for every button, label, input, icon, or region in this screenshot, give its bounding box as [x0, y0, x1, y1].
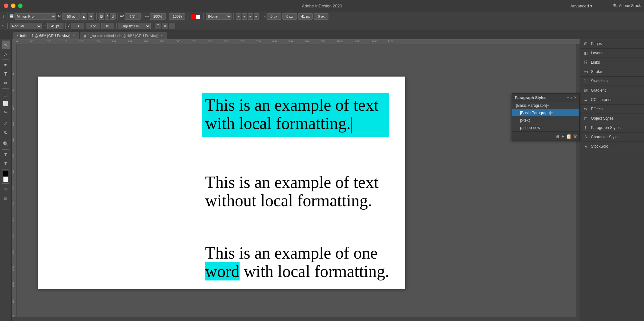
ps-item-basic-plus-header[interactable]: [Basic Paragraph]+	[512, 102, 579, 109]
scale-h-input[interactable]	[169, 13, 185, 20]
panel-paragraph-styles-label: Paragraph Styles	[591, 125, 620, 130]
ps-item-p-text[interactable]: p-text	[512, 117, 579, 124]
panel-links[interactable]: ⛓ Links	[580, 58, 644, 67]
stroke-color-swatch[interactable]	[196, 15, 200, 19]
canvas[interactable]: This is an example of text with local fo…	[17, 44, 576, 317]
text-block-3[interactable]: This is an example of one word with loca…	[202, 241, 421, 284]
align-top-btn[interactable]: ⊤	[155, 23, 161, 29]
panel-pages[interactable]: ⊞ Pages	[580, 39, 644, 49]
align-mid-btn[interactable]: ⊠	[162, 23, 168, 29]
height-input[interactable]	[314, 13, 328, 20]
fontsize-up-btn[interactable]: ▲	[80, 13, 87, 20]
language-select[interactable]: English: UK	[118, 23, 151, 29]
scissors-tool[interactable]: ✂	[2, 108, 10, 116]
bold-btn[interactable]: B	[99, 13, 104, 20]
panel-character-styles[interactable]: A Character Styles	[580, 133, 644, 142]
align-left-btn[interactable]: ≡	[236, 13, 241, 20]
panel-stroke[interactable]: ▭ Stroke	[580, 67, 644, 77]
canvas-wrapper: 0 50 100 150 200 250 300 350 400 450 500…	[12, 44, 580, 317]
text-block-1-highlighted[interactable]: This is an example of text with local fo…	[202, 93, 389, 137]
tracking-input[interactable]	[267, 13, 281, 20]
direct-selection-tool[interactable]: ▷	[2, 50, 10, 58]
ps-delete-btn[interactable]: 🗑	[573, 134, 577, 139]
v-ruler-label-0: 0	[12, 73, 15, 75]
ps-new-style-btn[interactable]: +	[567, 96, 569, 100]
panel-stocksolo[interactable]: ★ StockSolo	[580, 142, 644, 151]
scale-h-icon: ↕	[167, 15, 169, 18]
panel-cc-libraries[interactable]: ☁ CC Libraries	[580, 95, 644, 105]
rotation-input[interactable]	[101, 23, 114, 29]
fullscreen-button[interactable]	[18, 4, 23, 8]
mode-preview[interactable]: ▤	[2, 194, 10, 202]
ps-item-basic-plus-header-label: [Basic Paragraph]+	[516, 103, 549, 108]
vertical-type-tool[interactable]: T	[2, 160, 10, 168]
pencil-tool[interactable]: ✏	[2, 79, 10, 87]
search-area[interactable]: 🔍 Adobe Stock	[613, 4, 641, 8]
rectangle-frame-tool[interactable]: ⬚	[2, 90, 10, 98]
ps-panel-footer: ⊕ ✦ 📋 🗑	[512, 132, 579, 141]
v-ruler-label-400: 400	[12, 202, 15, 206]
close-button[interactable]	[4, 4, 8, 8]
character-style-select[interactable]: [None]	[206, 13, 232, 20]
ps-create-new-btn[interactable]: ⊕	[556, 134, 560, 139]
ruler-label-400: 400	[144, 40, 148, 43]
ps-duplicate-btn[interactable]: 📋	[566, 134, 572, 139]
panel-effects[interactable]: fx Effects	[580, 105, 644, 114]
zoom-tool[interactable]: 🔍	[2, 140, 10, 148]
panel-stroke-label: Stroke	[591, 69, 602, 74]
advanced-menu[interactable]: Advanced ▾	[570, 4, 592, 8]
panel-object-styles[interactable]: ◻ Object Styles	[580, 114, 644, 123]
rotate-tool[interactable]: ↻	[2, 128, 10, 137]
text-block-2[interactable]: This is an example of text without local…	[202, 170, 402, 213]
scale-w-input[interactable]	[150, 13, 166, 20]
font-family-select[interactable]: Minion Pro	[14, 13, 56, 20]
align-bottom-btn[interactable]: ⊥	[169, 23, 175, 29]
tab-untitled-close[interactable]: ✕	[72, 34, 75, 37]
ruler-label-1050: 1050	[355, 40, 360, 43]
pen-tool[interactable]: ✒	[2, 61, 10, 69]
fill-swatch[interactable]	[3, 171, 8, 176]
text3-line2-suffix: with local formatting.	[240, 262, 389, 280]
minimize-button[interactable]	[11, 4, 15, 8]
baseline-input[interactable]	[86, 23, 100, 29]
ps-panel-menu-btn[interactable]: ≡	[571, 96, 573, 100]
rotation-item	[101, 23, 114, 29]
panel-gradient[interactable]: ▨ Gradient	[580, 86, 644, 95]
underline-btn[interactable]: U	[110, 13, 116, 20]
italic-btn[interactable]: I	[105, 13, 109, 20]
panel-paragraph-styles[interactable]: ¶ Paragraph Styles	[580, 123, 644, 133]
tab-hpslots[interactable]: p11_hpslots-edited.indd @ 46% [GPU Previ…	[80, 32, 167, 39]
mode-normal[interactable]: □	[2, 185, 10, 193]
width-input[interactable]	[298, 13, 313, 20]
baseline-shift-input[interactable]	[282, 13, 297, 20]
ps-redefine-btn[interactable]: ✦	[561, 134, 565, 139]
stroke-swatch[interactable]	[3, 177, 8, 182]
skew-input[interactable]	[71, 23, 84, 29]
ps-item-basic[interactable]: [Basic Paragraph]+	[512, 109, 579, 117]
type-on-path-tool[interactable]: T	[2, 151, 10, 159]
rectangle-tool[interactable]: ⬜	[2, 99, 10, 107]
horizontal-scrollbar[interactable]	[12, 317, 580, 321]
language-item: English: UK	[118, 23, 151, 29]
kerning-input[interactable]	[125, 13, 141, 20]
style-select[interactable]: Regular	[10, 23, 42, 29]
tab-hpslots-close[interactable]: ✕	[160, 34, 163, 37]
baseline-item	[86, 23, 100, 29]
selection-tool[interactable]: ↖	[2, 41, 10, 49]
align-right-btn[interactable]: ≡	[248, 13, 253, 20]
panel-layers[interactable]: ◧ Layers	[580, 49, 644, 58]
ps-panel-close-btn[interactable]: ✕	[574, 96, 577, 100]
fontsize-down-btn[interactable]: ▼	[88, 13, 95, 20]
type-tool[interactable]: T	[2, 70, 10, 78]
vertical-scrollbar[interactable]	[576, 44, 580, 317]
ps-item-p-shop-now[interactable]: p-shop-now	[512, 124, 579, 132]
swatches-icon: ⬛	[583, 78, 588, 84]
align-center-btn[interactable]: ≡	[242, 13, 247, 20]
align-justify-btn[interactable]: ≡	[254, 13, 259, 20]
font-size-input[interactable]	[62, 13, 80, 20]
kerning-icon: AV	[120, 14, 124, 18]
tab-untitled[interactable]: *Untitled-1 @ 68% [GPU Preview] ✕	[13, 32, 79, 39]
leading-input[interactable]	[47, 23, 63, 29]
free-transform-tool[interactable]: ⤢	[2, 119, 10, 128]
panel-swatches[interactable]: ⬛ Swatches	[580, 77, 644, 86]
